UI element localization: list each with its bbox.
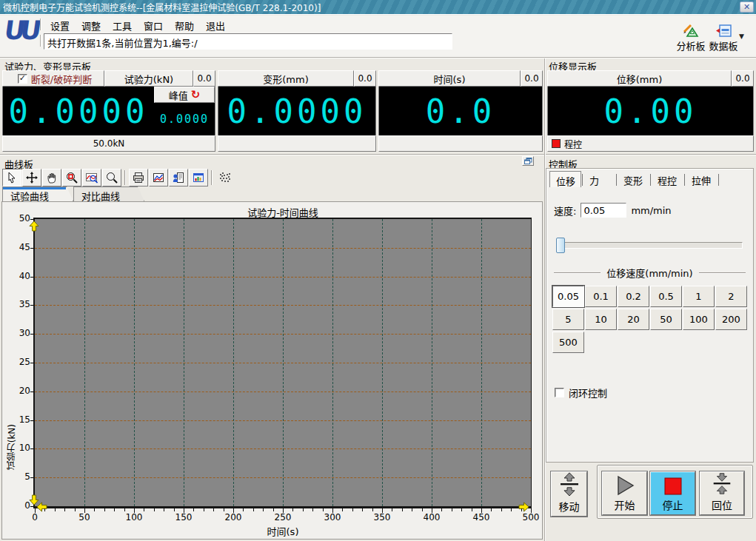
report-button[interactable]: [169, 169, 188, 187]
y-tick-mark: [30, 506, 33, 507]
print-icon: [133, 172, 144, 184]
close-button[interactable]: ✕: [740, 1, 754, 13]
x-minor-tick: [422, 508, 423, 511]
speed-button-100[interactable]: 100: [683, 309, 715, 330]
zoom-rect-icon: [66, 172, 78, 184]
print-button[interactable]: [129, 169, 148, 187]
chart-area: 试验力-时间曲线 时间(s) 试验力(kN) 05101520253035404…: [1, 201, 543, 540]
tab-program[interactable]: 程控: [652, 171, 683, 187]
speed-label: 速度:: [554, 204, 576, 218]
x-tick-label: 0: [20, 512, 50, 522]
speed-button-5[interactable]: 5: [552, 309, 584, 330]
y-tick-label: 25: [5, 357, 30, 367]
stop-label: 停止: [663, 497, 683, 512]
menu-item-window[interactable]: 窗口: [139, 18, 167, 31]
menu-item-tools[interactable]: 工具: [108, 18, 136, 31]
x-tick-mark: [531, 508, 532, 513]
x-minor-tick: [303, 508, 304, 511]
displacement-aux-value: 0.0: [732, 70, 754, 87]
deform-header: 变形(mm): [218, 70, 354, 87]
home-button[interactable]: 回位: [700, 471, 744, 515]
x-minor-tick: [253, 508, 254, 511]
closed-loop-checkbox[interactable]: [555, 388, 564, 397]
v-gridline: [184, 219, 184, 506]
displacement-value: 0.00: [548, 87, 753, 135]
x-minor-tick: [323, 508, 324, 511]
axis-arrow-up-icon: [29, 221, 39, 232]
toolbar-separator: [124, 170, 126, 185]
title-bar: 微机控制电子万能试验机测控系统--[金属材料室温拉伸试验(GB/T 228.1-…: [0, 0, 756, 15]
speed-button-20[interactable]: 20: [618, 309, 649, 330]
speed-button-200[interactable]: 200: [715, 309, 747, 330]
speed-button-2[interactable]: 2: [715, 286, 747, 307]
x-axis-label: 时间(s): [35, 524, 531, 538]
data-board-button[interactable]: 数据板: [706, 24, 740, 53]
menu-item-exit[interactable]: 退出: [201, 18, 230, 31]
y-tick-label: 0: [5, 500, 30, 511]
speed-button-1[interactable]: 1: [683, 286, 715, 307]
speed-button-0.05[interactable]: 0.05: [552, 286, 584, 307]
data-window-button[interactable]: [189, 169, 208, 187]
v-gridline: [134, 219, 135, 506]
menu-item-settings[interactable]: 设置: [46, 18, 74, 31]
break-judge-checkbox[interactable]: 断裂/破碎判断: [2, 70, 104, 87]
y-tick-mark: [30, 334, 33, 335]
speed-input[interactable]: [581, 203, 626, 218]
tab-displacement[interactable]: 位移: [549, 171, 581, 187]
closed-loop-row[interactable]: 闭环控制: [555, 386, 607, 400]
speed-button-10[interactable]: 10: [585, 309, 617, 330]
home-label: 回位: [712, 497, 732, 512]
time-strip: [378, 135, 543, 152]
zoom-curve-tool-button[interactable]: [82, 169, 101, 187]
x-tick-mark: [283, 508, 284, 513]
speed-slider-track[interactable]: [556, 242, 743, 249]
break-judge-checkbox-box[interactable]: [18, 74, 27, 84]
tab-deform[interactable]: 变形: [618, 171, 649, 187]
speed-button-0.1[interactable]: 0.1: [585, 286, 617, 307]
y-tick-mark: [30, 392, 33, 392]
x-tick-mark: [432, 508, 432, 513]
report-icon: [173, 172, 184, 184]
toolbar-overflow-arrow[interactable]: ▼: [739, 33, 744, 40]
zoom-rect-tool-button[interactable]: [62, 169, 81, 187]
dithered-tool-button[interactable]: [215, 169, 235, 187]
y-tick-label: 45: [5, 242, 30, 252]
peak-reset-icon[interactable]: ↻: [191, 90, 201, 101]
menu-item-help[interactable]: 帮助: [170, 18, 198, 31]
stop-icon: [663, 477, 683, 496]
x-tick-label: 450: [466, 512, 496, 522]
speed-button-0.5[interactable]: 0.5: [650, 286, 682, 307]
stop-button[interactable]: 停止: [650, 471, 695, 515]
x-tick-label: 50: [70, 512, 99, 522]
speed-button-500[interactable]: 500: [552, 332, 584, 353]
speed-button-0.2[interactable]: 0.2: [618, 286, 649, 307]
x-minor-tick: [44, 508, 45, 511]
analysis-board-button[interactable]: 分析板: [674, 24, 708, 53]
start-button[interactable]: 开始: [602, 471, 647, 515]
home-icon: [711, 472, 733, 496]
plot-area[interactable]: [33, 218, 532, 508]
tab-compare-curve[interactable]: 对比曲线: [73, 187, 144, 201]
cursor-tool-button[interactable]: [2, 169, 21, 187]
time-aux-value: 0.0: [521, 70, 543, 87]
tab-tension[interactable]: 拉伸: [686, 171, 717, 187]
y-tick-label: 10: [5, 443, 30, 453]
pan-tool-button[interactable]: [42, 169, 61, 187]
export-chart-button[interactable]: [149, 169, 168, 187]
menu-item-adjust[interactable]: 调整: [77, 18, 105, 31]
x-minor-tick: [452, 508, 452, 511]
zoom-tool-button[interactable]: [102, 169, 121, 187]
tab-test-curve[interactable]: 试验曲线: [2, 187, 73, 201]
move-button[interactable]: 移动: [551, 471, 587, 517]
x-minor-tick: [491, 508, 492, 511]
x-minor-tick: [75, 508, 76, 511]
menu-bar: 设置调整工具窗口帮助退出: [46, 18, 230, 31]
speed-slider-thumb[interactable]: [556, 238, 565, 253]
y-tick-mark: [30, 448, 33, 449]
y-tick-label: 50: [5, 213, 30, 224]
speed-button-50[interactable]: 50: [650, 309, 682, 330]
tab-force[interactable]: 力: [583, 171, 615, 187]
group-line: [554, 272, 601, 274]
crosshair-tool-button[interactable]: [22, 169, 41, 187]
restore-window-button[interactable]: [522, 156, 534, 166]
